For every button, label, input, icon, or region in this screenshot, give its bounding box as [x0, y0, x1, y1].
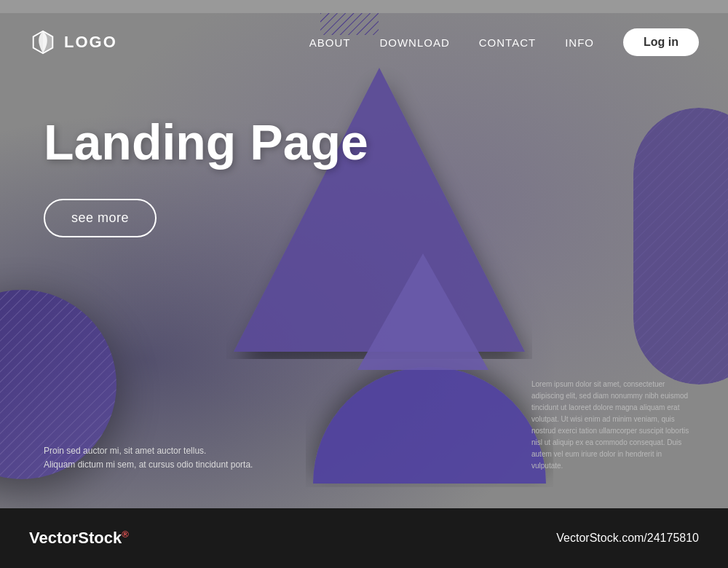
nav-download[interactable]: DOWNLOAD	[379, 36, 449, 49]
login-button[interactable]: Log in	[623, 28, 699, 56]
footer-bar: VectorStock® VectorStock.com/24175810	[0, 508, 728, 568]
bottom-left-line2: Aliquam dictum mi sem, at cursus odio ti…	[44, 458, 253, 472]
bottom-right-lorem: Lorem ipsum dolor sit amet, consectetuer…	[531, 380, 689, 470]
arc-right-svg	[633, 108, 728, 384]
svg-rect-10	[633, 108, 728, 384]
logo-text: LOGO	[64, 33, 117, 52]
hero-title: Landing Page	[44, 115, 368, 170]
semicircle-svg	[306, 360, 553, 487]
footer-logo: VectorStock®	[29, 529, 129, 548]
hero-content: Landing Page see more	[44, 115, 368, 237]
svg-marker-6	[357, 253, 488, 370]
top-bar	[0, 0, 728, 13]
triangle-small-shape	[357, 253, 488, 373]
footer-logo-text: VectorStock	[29, 529, 122, 547]
logo-area: LOGO	[29, 28, 117, 56]
footer-registered: ®	[122, 529, 129, 540]
bottom-right-text: Lorem ipsum dolor sit amet, consectetuer…	[531, 379, 692, 472]
triangle-small-svg	[357, 253, 488, 370]
see-more-button[interactable]: see more	[44, 199, 157, 237]
nav-info[interactable]: INFO	[565, 36, 594, 49]
nav-links: ABOUT DOWNLOAD CONTACT INFO	[309, 36, 594, 49]
arc-right-shape	[633, 108, 728, 384]
bottom-left-text: Proin sed auctor mi, sit amet auctor tel…	[44, 444, 253, 472]
nav-about[interactable]: ABOUT	[309, 36, 351, 49]
bottom-left-line1: Proin sed auctor mi, sit amet auctor tel…	[44, 444, 253, 458]
logo-icon	[29, 28, 57, 56]
navbar: LOGO ABOUT DOWNLOAD CONTACT INFO Log in	[0, 13, 728, 71]
nav-contact[interactable]: CONTACT	[479, 36, 536, 49]
footer-url: VectorStock.com/24175810	[556, 532, 699, 545]
main-area: LOGO ABOUT DOWNLOAD CONTACT INFO Log in …	[0, 13, 728, 508]
semicircle-bottom-shape	[306, 360, 553, 490]
